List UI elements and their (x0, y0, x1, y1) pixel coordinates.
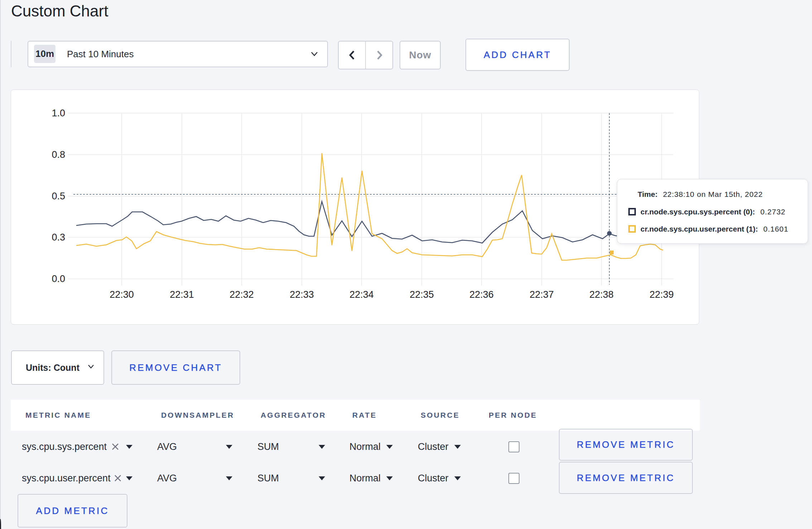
svg-text:22:39: 22:39 (649, 289, 674, 300)
svg-text:0.8: 0.8 (52, 149, 65, 160)
svg-text:22:37: 22:37 (530, 289, 554, 300)
svg-text:0.3: 0.3 (52, 232, 65, 243)
svg-text:22:31: 22:31 (170, 289, 194, 300)
svg-text:1.0: 1.0 (52, 108, 65, 118)
svg-text:0.0: 0.0 (52, 273, 65, 284)
svg-text:22:35: 22:35 (410, 289, 434, 300)
svg-text:22:36: 22:36 (469, 289, 494, 300)
svg-text:22:38: 22:38 (589, 289, 614, 300)
svg-text:0.5: 0.5 (52, 191, 65, 202)
svg-text:22:34: 22:34 (349, 289, 374, 300)
svg-text:22:32: 22:32 (229, 289, 254, 300)
svg-text:22:30: 22:30 (110, 289, 134, 300)
svg-text:22:33: 22:33 (290, 289, 314, 300)
